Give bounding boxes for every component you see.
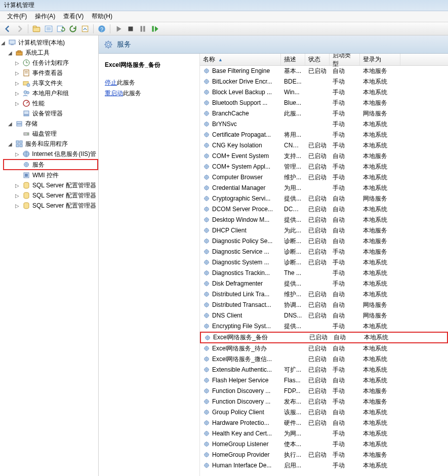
- tree-item[interactable]: ▷SQL Server 配置管理器: [15, 180, 98, 190]
- restart-button[interactable]: [149, 24, 160, 34]
- tree-item[interactable]: 设备管理器: [15, 108, 98, 118]
- restart-link[interactable]: 重启动: [105, 90, 123, 97]
- tree-item[interactable]: 磁盘管理: [15, 129, 98, 139]
- export-button[interactable]: [79, 24, 91, 34]
- menu-item[interactable]: 查看(V): [59, 11, 88, 22]
- expand-icon[interactable]: ▷: [15, 183, 20, 188]
- table-row[interactable]: Excel网络服务_备份已启动自动本地系统: [200, 332, 448, 343]
- table-row[interactable]: COM+ System Appl...管理...已启动手动本地系统: [200, 162, 448, 172]
- expand-icon[interactable]: ▷: [15, 101, 20, 106]
- table-row[interactable]: Health Key and Cert...为网...手动本地系统: [200, 428, 448, 439]
- tree-item[interactable]: ▷性能: [15, 98, 98, 108]
- table-row[interactable]: Excel网络服务_待办已启动自动本地系统: [200, 343, 448, 354]
- restart-suffix: 此服务: [123, 90, 141, 97]
- table-row[interactable]: CNG Key IsolationCNG...已启动手动本地系统: [200, 140, 448, 151]
- table-row[interactable]: Encrypting File Syst...提供...手动本地系统: [200, 321, 448, 332]
- table-row[interactable]: Diagnostic System ...诊断...已启动手动本地系统: [200, 257, 448, 268]
- tree-item[interactable]: ▷SQL Server 配置管理器: [15, 190, 98, 201]
- help-button[interactable]: ?: [96, 24, 107, 34]
- table-row[interactable]: Distributed Transact...协调...已启动自动网络服务: [200, 300, 448, 310]
- tree-item[interactable]: ▷本地用户和组: [15, 88, 98, 98]
- table-row[interactable]: Human Interface De...启用...手动本地系统: [200, 460, 448, 471]
- service-startup: 自动: [330, 205, 360, 214]
- stop-button[interactable]: [125, 24, 136, 34]
- col-name[interactable]: 名称 ▲: [200, 54, 281, 65]
- stop-link[interactable]: 停止: [105, 79, 117, 86]
- collapse-icon[interactable]: ◢: [8, 121, 13, 127]
- table-row[interactable]: Function Discovery ...FDP...已启动手动本地服务: [200, 386, 448, 396]
- col-logon[interactable]: 登录为: [360, 54, 400, 65]
- expand-icon[interactable]: ▷: [15, 203, 20, 209]
- table-row[interactable]: BitLocker Drive Encr...BDE...手动本地系统: [200, 76, 448, 87]
- table-row[interactable]: Diagnostic Policy Se...诊断...已启动自动本地服务: [200, 236, 448, 247]
- table-row[interactable]: Cryptographic Servi...提供...已启动自动网络服务: [200, 193, 448, 204]
- svg-line-57: [110, 46, 111, 47]
- col-description[interactable]: 描述: [281, 54, 305, 65]
- table-row[interactable]: Diagnostics Trackin...The ...手动本地系统: [200, 268, 448, 279]
- tree-section[interactable]: ◢存储: [8, 118, 98, 129]
- svg-point-253: [206, 412, 208, 413]
- table-row[interactable]: Block Level Backup ...Win...手动本地系统: [200, 87, 448, 98]
- expand-icon[interactable]: ▷: [15, 151, 20, 157]
- table-row[interactable]: Disk Defragmenter提供...手动本地系统: [200, 279, 448, 289]
- table-row[interactable]: Flash Helper ServiceFlas...已启动自动本地系统: [200, 375, 448, 386]
- table-row[interactable]: Computer Browser维护...已启动手动本地系统: [200, 172, 448, 183]
- play-button[interactable]: [113, 24, 124, 34]
- table-row[interactable]: DNS ClientDNS...已启动自动网络服务: [200, 310, 448, 321]
- table-row[interactable]: Distributed Link Tra...维护...已启动自动本地系统: [200, 289, 448, 300]
- col-status[interactable]: 状态: [305, 54, 330, 65]
- tree-item[interactable]: ▷Internet 信息服务(IIS)管: [15, 149, 98, 159]
- table-row[interactable]: Certificate Propagat...将用...手动本地系统: [200, 130, 448, 140]
- table-row[interactable]: COM+ Event System支持...已启动自动本地服务: [200, 151, 448, 162]
- menu-item[interactable]: 文件(F): [3, 11, 31, 22]
- table-row[interactable]: BranchCache此服...手动网络服务: [200, 108, 448, 119]
- table-row[interactable]: DCOM Server Proce...DCO...已启动自动本地系统: [200, 204, 448, 215]
- expand-icon[interactable]: ▷: [15, 91, 20, 96]
- menu-item[interactable]: 帮助(H): [88, 11, 116, 22]
- back-button[interactable]: [2, 24, 13, 34]
- tree-item[interactable]: WMI 控件: [15, 170, 98, 180]
- pause-button[interactable]: [137, 24, 148, 34]
- tree-section[interactable]: ◢系统工具: [8, 48, 98, 58]
- menu-item[interactable]: 操作(A): [31, 11, 59, 22]
- expand-icon[interactable]: ▷: [15, 60, 20, 66]
- table-row[interactable]: Extensible Authentic...可扩...已启动手动本地系统: [200, 365, 448, 375]
- tree-item[interactable]: 服务: [3, 159, 98, 170]
- expand-icon[interactable]: ▷: [15, 193, 20, 199]
- table-row[interactable]: Hardware Protectio...硬件...已启动自动本地系统: [200, 418, 448, 428]
- table-row[interactable]: Function Discovery ...发布...已启动手动本地服务: [200, 396, 448, 407]
- tree-root[interactable]: ◢ 计算机管理(本地): [1, 37, 98, 48]
- service-status: 已启动: [305, 387, 330, 395]
- tree-item[interactable]: ▷事件查看器: [15, 68, 98, 78]
- forward-button[interactable]: [14, 24, 25, 34]
- table-row[interactable]: HomeGroup Provider执行...已启动手动本地服务: [200, 450, 448, 460]
- refresh-button[interactable]: [67, 24, 78, 34]
- table-row[interactable]: Credential Manager为用...手动本地系统: [200, 183, 448, 193]
- table-row[interactable]: DHCP Client为此...已启动自动本地服务: [200, 225, 448, 236]
- list-button[interactable]: [43, 24, 54, 34]
- table-row[interactable]: BrYNSvc手动本地系统: [200, 119, 448, 130]
- service-desc: 为网...: [281, 429, 305, 438]
- list-rows[interactable]: Base Filtering Engine基本...已启动自动本地服务BitLo…: [200, 66, 448, 476]
- tree-section[interactable]: ◢服务和应用程序: [8, 139, 98, 149]
- folder-button[interactable]: [31, 24, 42, 34]
- service-logon: 本地服务: [360, 226, 400, 235]
- tree-item[interactable]: ▷SQL Server 配置管理器: [15, 201, 98, 211]
- collapse-icon[interactable]: ◢: [1, 40, 6, 46]
- tree-item[interactable]: ▷任务计划程序: [15, 58, 98, 68]
- col-startup[interactable]: 启动类型: [330, 54, 360, 65]
- table-row[interactable]: Desktop Window M...提供...已启动自动本地系统: [200, 215, 448, 225]
- table-row[interactable]: Base Filtering Engine基本...已启动自动本地服务: [200, 66, 448, 76]
- table-row[interactable]: Diagnostic Service ...诊断...已启动手动本地服务: [200, 247, 448, 257]
- table-row[interactable]: Excel网络服务_微信...已启动自动本地系统: [200, 354, 448, 365]
- collapse-icon[interactable]: ◢: [8, 50, 13, 56]
- table-row[interactable]: HomeGroup Listener使本...手动本地系统: [200, 439, 448, 450]
- service-logon: 本地系统: [360, 290, 400, 299]
- table-row[interactable]: Group Policy Client该服...已启动自动本地系统: [200, 407, 448, 418]
- table-row[interactable]: Bluetooth Support ...Blue...手动本地服务: [200, 98, 448, 108]
- tree-item[interactable]: ▷共享文件夹: [15, 78, 98, 88]
- expand-icon[interactable]: ▷: [15, 70, 20, 76]
- collapse-icon[interactable]: ◢: [8, 141, 13, 147]
- refresh-list-button[interactable]: [55, 24, 66, 34]
- expand-icon[interactable]: ▷: [15, 81, 20, 86]
